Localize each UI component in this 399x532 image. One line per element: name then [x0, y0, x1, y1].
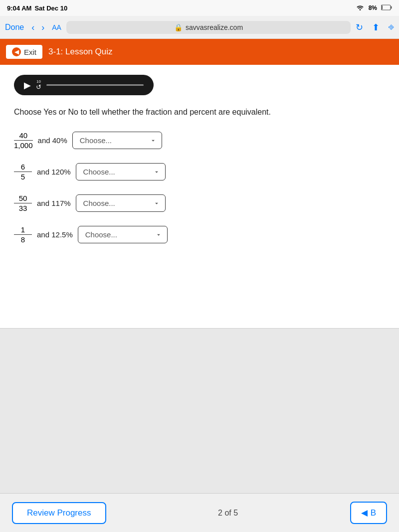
fraction-row-2: 6 5 and 120% Choose...YesNo	[14, 163, 385, 181]
audio-progress-bar[interactable]	[46, 84, 144, 86]
fraction-4-numerator: 1	[14, 225, 32, 235]
browser-aa-button[interactable]: AA	[52, 23, 61, 31]
fraction-4-denominator: 8	[21, 235, 25, 244]
lesson-header: ◀ Exit 3-1: Lesson Quiz	[0, 39, 399, 65]
fraction-1-percent: and 40%	[38, 136, 67, 145]
exit-label: Exit	[24, 48, 36, 56]
browser-url-bar[interactable]: 🔒 savvasrealize.com	[66, 21, 351, 34]
browser-forward-button[interactable]: ›	[39, 22, 47, 33]
fraction-row-1: 40 1,000 and 40% Choose...YesNo	[14, 131, 385, 150]
fraction-1-denominator: 1,000	[14, 141, 33, 150]
fraction-2-numerator: 6	[14, 163, 32, 172]
audio-player: ▶ 10 ↺	[14, 75, 154, 95]
fraction-4: 1 8	[14, 225, 32, 244]
page-indicator: 2 of 5	[218, 509, 238, 518]
replay-icon: ↺	[36, 84, 41, 90]
replay-button[interactable]: 10 ↺	[36, 80, 41, 90]
reload-icon[interactable]: ↻	[356, 22, 363, 33]
exit-arrow-icon: ◀	[12, 47, 21, 56]
svg-point-0	[359, 9, 361, 10]
fraction-3-percent: and 117%	[37, 199, 71, 207]
browser-nav: ‹ ›	[29, 22, 47, 33]
browser-actions: ↻ ⬆ ⎆	[356, 22, 394, 33]
lock-icon: 🔒	[174, 23, 183, 31]
back-label: B	[371, 508, 376, 518]
share-icon[interactable]: ⬆	[372, 22, 380, 33]
back-arrow-icon: ◀	[361, 508, 368, 518]
status-date: Sat Dec 10	[34, 4, 67, 12]
fraction-4-percent: and 12.5%	[37, 230, 73, 239]
question-text: Choose Yes or No to tell whether the fra…	[14, 106, 385, 118]
back-navigation-button[interactable]: ◀ B	[350, 502, 387, 524]
svg-rect-2	[391, 6, 392, 8]
fraction-1-select[interactable]: Choose...YesNo	[72, 132, 162, 149]
fraction-1-numerator: 40	[14, 131, 33, 141]
exit-button[interactable]: ◀ Exit	[6, 45, 42, 59]
fraction-2: 6 5	[14, 163, 32, 181]
fraction-1: 40 1,000	[14, 131, 33, 150]
browser-done-button[interactable]: Done	[5, 23, 24, 32]
fraction-3: 50 33	[14, 194, 32, 212]
status-bar: 9:04 AM Sat Dec 10 8%	[0, 0, 399, 16]
browser-url: savvasrealize.com	[186, 23, 243, 31]
fraction-3-denominator: 33	[19, 203, 27, 212]
status-time: 9:04 AM	[7, 4, 31, 12]
browser-back-button[interactable]: ‹	[29, 22, 37, 33]
fraction-2-percent: and 120%	[37, 168, 71, 176]
browser-bar: Done ‹ › AA 🔒 savvasrealize.com ↻ ⬆ ⎆	[0, 16, 399, 39]
fraction-2-denominator: 5	[21, 172, 25, 181]
lesson-title: 3-1: Lesson Quiz	[48, 47, 113, 57]
fraction-row-3: 50 33 and 117% Choose...YesNo	[14, 194, 385, 212]
fraction-2-select[interactable]: Choose...YesNo	[76, 163, 166, 180]
fraction-3-numerator: 50	[14, 194, 32, 203]
fraction-row-4: 1 8 and 12.5% Choose...YesNo	[14, 225, 385, 244]
fraction-3-select[interactable]: Choose...YesNo	[76, 194, 166, 212]
review-progress-button[interactable]: Review Progress	[12, 502, 106, 524]
bookmarks-icon[interactable]: ⎆	[389, 22, 394, 32]
gray-area	[0, 329, 399, 493]
bottom-bar: Review Progress 2 of 5 ◀ B	[0, 493, 399, 532]
play-button[interactable]: ▶	[24, 81, 31, 90]
content-area: ▶ 10 ↺ Choose Yes or No to tell whether …	[0, 65, 399, 329]
wifi-icon	[356, 4, 365, 12]
battery-icon	[381, 4, 392, 12]
fraction-4-select[interactable]: Choose...YesNo	[78, 226, 168, 243]
svg-rect-3	[382, 5, 383, 9]
battery-level: 8%	[369, 4, 377, 11]
